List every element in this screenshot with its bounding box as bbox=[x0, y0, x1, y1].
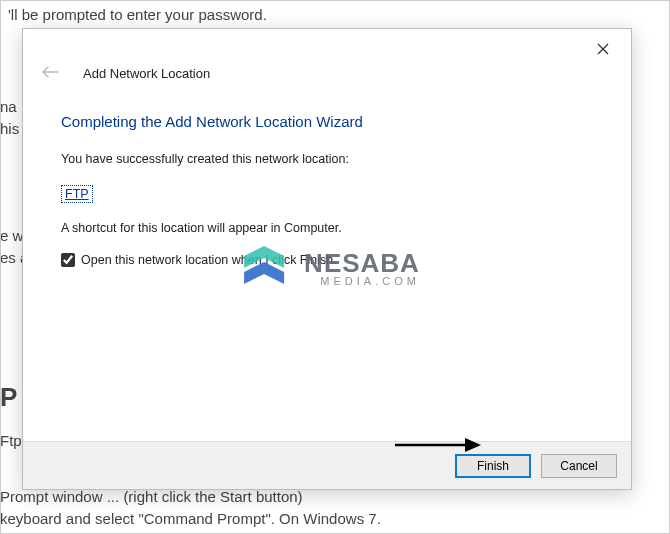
checkbox-label: Open this network location when I click … bbox=[81, 253, 337, 267]
wizard-dialog: Add Network Location Completing the Add … bbox=[22, 28, 632, 490]
shortcut-text: A shortcut for this location will appear… bbox=[61, 221, 593, 235]
open-location-checkbox-row[interactable]: Open this network location when I click … bbox=[61, 253, 593, 267]
close-icon bbox=[597, 43, 609, 55]
dialog-header: Add Network Location bbox=[23, 29, 631, 93]
bg-text-na: na bbox=[0, 96, 17, 119]
bg-text-bottom2: keyboard and select "Command Prompt". On… bbox=[0, 508, 381, 531]
wizard-title: Add Network Location bbox=[83, 66, 210, 81]
open-location-checkbox[interactable] bbox=[61, 253, 75, 267]
dialog-footer: Finish Cancel bbox=[23, 441, 631, 489]
close-button[interactable] bbox=[589, 37, 617, 63]
cancel-button[interactable]: Cancel bbox=[541, 454, 617, 478]
success-text: You have successfully created this netwo… bbox=[61, 152, 593, 166]
bg-text-top: 'll be prompted to enter your password. bbox=[8, 4, 267, 27]
wizard-heading: Completing the Add Network Location Wiza… bbox=[61, 113, 593, 130]
bg-text-ftp: Ftp bbox=[0, 430, 22, 453]
back-arrow-icon[interactable] bbox=[41, 63, 59, 84]
dialog-body: Completing the Add Network Location Wiza… bbox=[23, 93, 631, 267]
bg-heading-p: P bbox=[0, 378, 17, 417]
bg-text-his: his bbox=[0, 118, 19, 141]
finish-button[interactable]: Finish bbox=[455, 454, 531, 478]
bg-text-ew: e w bbox=[0, 225, 23, 248]
location-name-link[interactable]: FTP bbox=[61, 185, 93, 203]
watermark-sub-text: MEDIA.COM bbox=[304, 276, 420, 287]
